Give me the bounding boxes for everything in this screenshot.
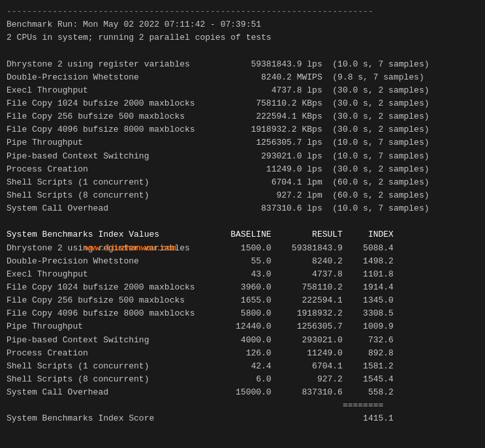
raw-benchmark-row: System Call Overhead 837310.6 lps (10.0 … [7,202,478,215]
score-line: System Benchmarks Index Score 1415.1 [7,412,478,425]
raw-benchmark-row: Execl Throughput 4737.8 lps (30.0 s, 2 s… [7,84,478,97]
raw-benchmark-row: Process Creation 11249.0 lps (30.0 s, 2 … [7,163,478,176]
raw-benchmark-row: File Copy 1024 bufsize 2000 maxblocks 75… [7,97,478,110]
index-row: Pipe-based Context Switching 4000.0 2930… [7,334,478,347]
header-line2: 2 CPUs in system; running 2 parallel cop… [7,31,478,44]
raw-benchmark-row: Double-Precision Whetstone 8240.2 MWIPS … [7,71,478,84]
raw-benchmark-row: File Copy 4096 bufsize 8000 maxblocks 19… [7,123,478,136]
index-row: Shell Scripts (1 concurrent) 42.4 6704.1… [7,360,478,373]
index-row: Pipe Throughput 12440.0 1256305.7 1009.9 [7,320,478,333]
empty-line-2 [7,215,478,228]
watermark: www.liuzhanwou.com [85,242,176,255]
index-row: File Copy 256 bufsize 500 maxblocks 1655… [7,294,478,307]
raw-benchmark-row: File Copy 256 bufsize 500 maxblocks 2225… [7,110,478,123]
raw-benchmark-row: Shell Scripts (1 concurrent) 6704.1 lpm … [7,176,478,189]
terminal-output: ----------------------------------------… [7,5,478,448]
raw-benchmark-row: Dhrystone 2 using register variables 593… [7,58,478,71]
equals-divider: ======== [7,399,478,412]
index-row: Execl Throughput 43.0 4737.8 1101.8 [7,268,478,281]
index-row: File Copy 1024 bufsize 2000 maxblocks 39… [7,281,478,294]
empty-line-1 [7,44,478,57]
separator-top: ----------------------------------------… [7,5,478,18]
index-section: System Benchmarks Index Values BASELINE … [7,228,478,425]
index-header-row: System Benchmarks Index Values BASELINE … [7,228,478,241]
raw-benchmark-row: Pipe Throughput 1256305.7 lps (10.0 s, 7… [7,136,478,149]
index-row: Shell Scripts (8 concurrent) 6.0 927.2 1… [7,373,478,386]
index-row: Process Creation 126.0 11249.0 892.8 [7,347,478,360]
raw-benchmark-row: Pipe-based Context Switching 293021.0 lp… [7,150,478,163]
empty-line-3 [7,426,478,439]
index-row: System Call Overhead 15000.0 837310.6 55… [7,386,478,399]
raw-benchmark-row: Shell Scripts (8 concurrent) 927.2 lpm (… [7,189,478,202]
header-line1: Benchmark Run: Mon May 02 2022 07:11:42 … [7,18,478,31]
index-row: Double-Precision Whetstone 55.0 8240.2 1… [7,255,478,268]
empty-line-4 [7,439,478,448]
index-row: File Copy 4096 bufsize 8000 maxblocks 58… [7,307,478,320]
raw-benchmarks: Dhrystone 2 using register variables 593… [7,58,478,216]
index-row: Dhrystone 2 using register variables 150… [7,242,478,255]
